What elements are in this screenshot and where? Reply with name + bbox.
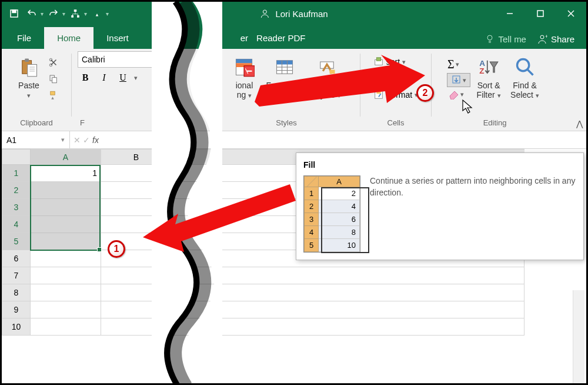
cut-icon[interactable] — [47, 56, 60, 69]
row-header[interactable]: 10 — [2, 318, 31, 336]
group-label-cells: Cells — [364, 118, 427, 128]
fx-icon[interactable]: fx — [92, 135, 99, 145]
touch-mode-icon[interactable] — [89, 6, 105, 21]
org-dropdown-icon[interactable]: ▾ — [84, 11, 87, 17]
touch-dropdown-icon[interactable]: ▾ — [106, 11, 109, 17]
fill-tooltip: Fill A 12 24 36 48 510 Continue a series… — [296, 152, 584, 260]
tab-insert[interactable]: Insert — [93, 27, 142, 49]
bold-button[interactable]: B — [78, 70, 93, 85]
svg-rect-41 — [376, 58, 380, 61]
tab-reader-pdf[interactable]: Reader PDF — [253, 27, 318, 49]
paste-icon — [16, 55, 41, 79]
row-header[interactable]: 4 — [2, 216, 31, 233]
quick-access-toolbar: ▾ ▾ ▾ ▾ — [2, 6, 113, 21]
svg-text:+: + — [545, 34, 547, 39]
group-label-styles: Styles — [216, 118, 356, 128]
group-styles: ional ng ▾ Format as Table ▾ Cell Styles… — [213, 49, 360, 131]
row-header[interactable]: 7 — [2, 267, 31, 284]
svg-rect-24 — [52, 78, 57, 83]
group-label-clipboard: Clipboard — [5, 118, 68, 128]
enter-formula-icon[interactable]: ✓ — [83, 135, 90, 145]
group-font: Calibri B I U ▾ F — [72, 49, 160, 131]
format-cells-button[interactable]: Format ▾ — [372, 89, 419, 101]
close-button[interactable] — [556, 2, 586, 25]
minimize-button[interactable] — [495, 2, 525, 25]
undo-icon[interactable] — [24, 6, 39, 21]
maximize-button[interactable] — [525, 2, 556, 25]
svg-rect-3 — [71, 15, 74, 18]
ribbon-tabs: File Home Insert er Reader PDF Tell me +… — [2, 25, 586, 49]
user-icon — [260, 9, 269, 18]
row-header[interactable]: 3 — [2, 199, 31, 216]
tab-er-partial: er — [236, 27, 253, 49]
share-button[interactable]: + Share — [537, 34, 574, 44]
svg-point-49 — [517, 59, 529, 71]
svg-text:Z: Z — [479, 67, 484, 75]
group-label-editing: Editing — [435, 118, 554, 128]
autosum-button[interactable]: Σ ▾ — [447, 57, 460, 72]
italic-button[interactable]: I — [96, 70, 112, 85]
redo-dropdown-icon[interactable]: ▾ — [62, 11, 65, 17]
group-editing: Σ ▾ ▾ ▾ AZ Sort & Filter ▾ Find & Select… — [432, 49, 558, 131]
sort-filter-icon: AZ — [476, 55, 501, 79]
vertical-scrollbar[interactable] — [573, 290, 584, 384]
paste-button[interactable]: Paste▾ — [13, 54, 45, 101]
svg-rect-17 — [28, 65, 37, 77]
row-header[interactable]: 5 — [2, 233, 31, 250]
table-icon — [272, 55, 297, 79]
svg-rect-4 — [77, 15, 79, 18]
underline-button[interactable]: U — [115, 70, 131, 85]
svg-rect-43 — [376, 74, 380, 77]
title-bar: ▾ ▾ ▾ ▾ Lori Kaufman — [2, 2, 586, 25]
undo-dropdown-icon[interactable]: ▾ — [41, 11, 44, 17]
tab-file[interactable]: File — [4, 27, 44, 49]
formula-bar: A1▾ ✕ ✓ fx — [2, 131, 586, 149]
insert-cells-button[interactable]: sert ▾ — [372, 56, 407, 68]
cancel-formula-icon[interactable]: ✕ — [74, 135, 81, 145]
svg-rect-45 — [376, 91, 380, 94]
org-chart-icon[interactable] — [68, 6, 83, 21]
fill-button[interactable]: ▾ — [447, 73, 470, 87]
row-header[interactable]: 9 — [2, 301, 31, 318]
share-icon: + — [537, 34, 547, 44]
copy-icon[interactable] — [47, 72, 60, 85]
callout-2: 2 — [416, 84, 434, 102]
svg-rect-7 — [537, 11, 543, 16]
conditional-formatting-button[interactable]: ional ng ▾ — [228, 54, 260, 101]
tell-me[interactable]: Tell me — [485, 34, 526, 44]
select-all-corner[interactable] — [2, 150, 31, 165]
save-icon[interactable] — [6, 6, 22, 21]
clear-button[interactable]: ▾ — [447, 88, 465, 100]
group-clipboard: Paste▾ Clipboard — [2, 49, 71, 131]
row-header[interactable]: 6 — [2, 250, 31, 267]
fill-down-icon — [451, 75, 462, 85]
chevron-down-icon[interactable]: ▾ — [61, 136, 65, 144]
col-header-a[interactable]: A — [31, 150, 101, 165]
delete-cells-button[interactable]: Delete ▾ — [372, 72, 417, 84]
font-name-selector[interactable]: Calibri — [78, 51, 154, 68]
svg-rect-25 — [51, 91, 55, 95]
col-header-b[interactable]: B — [101, 150, 172, 165]
find-select-button[interactable]: Find & Select ▾ — [507, 54, 543, 101]
cell-a1[interactable]: 1 — [31, 165, 101, 182]
row-header[interactable]: 8 — [2, 284, 31, 301]
chevron-down-icon[interactable]: ▾ — [134, 74, 138, 82]
cell-styles-button[interactable]: Cell Styles ▾ — [309, 54, 345, 101]
svg-point-13 — [540, 35, 544, 39]
name-box[interactable]: A1▾ — [2, 131, 70, 148]
collapse-ribbon-icon[interactable]: ⋀ — [576, 119, 583, 128]
format-painter-icon[interactable] — [47, 89, 60, 102]
tooltip-title: Fill — [303, 160, 576, 170]
row-header[interactable]: 1 — [2, 165, 31, 182]
eraser-icon — [447, 89, 459, 99]
chevron-down-icon: ▾ — [27, 92, 31, 99]
tab-home[interactable]: Home — [44, 27, 93, 49]
row-header[interactable]: 2 — [2, 182, 31, 199]
format-as-table-button[interactable]: Format as Table ▾ — [262, 54, 306, 101]
redo-icon[interactable] — [46, 6, 61, 21]
magnifier-icon — [513, 55, 537, 79]
sort-filter-button[interactable]: AZ Sort & Filter ▾ — [473, 54, 505, 101]
svg-rect-27 — [236, 59, 252, 64]
svg-point-5 — [263, 10, 266, 14]
cell-styles-icon — [315, 55, 339, 79]
